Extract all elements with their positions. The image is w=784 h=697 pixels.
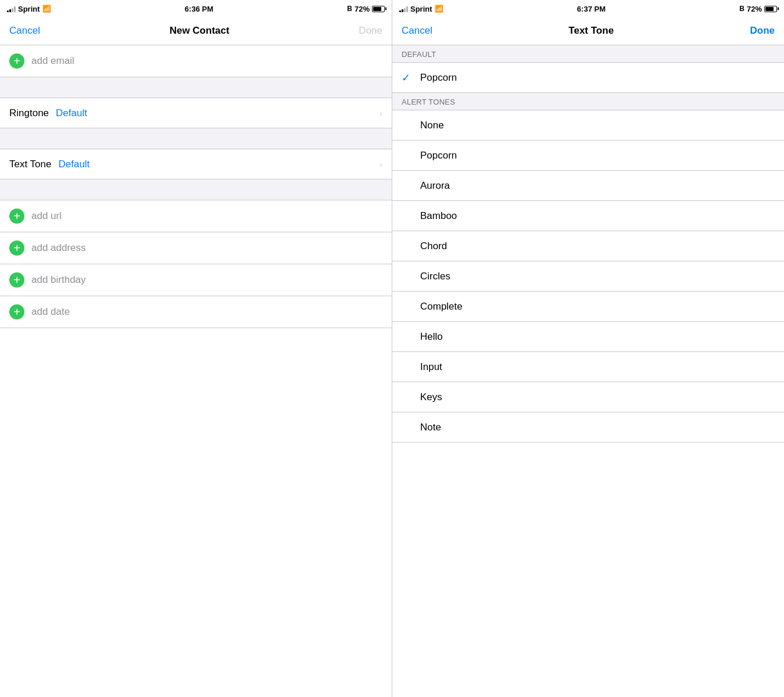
tone-name-circles: Circles — [420, 271, 450, 282]
status-left-right: Sprint 📶 — [399, 5, 443, 13]
nav-bar-left: Cancel New Contact Done — [0, 16, 392, 45]
text-tone-left: Text Tone Default — [9, 159, 90, 170]
time-label: 6:36 PM — [185, 5, 213, 13]
signal-icon-right — [399, 5, 408, 12]
tone-row-note[interactable]: Note — [392, 412, 784, 443]
tone-name-note: Note — [420, 422, 441, 433]
add-email-row[interactable]: + add email — [0, 45, 392, 77]
tone-name-none: None — [420, 120, 444, 131]
tone-name-complete: Complete — [420, 301, 463, 312]
add-date-icon: + — [9, 304, 24, 319]
status-bar-right: Sprint 📶 6:37 PM B 72% — [392, 0, 784, 16]
time-label-right: 6:37 PM — [577, 5, 606, 13]
ringtone-chevron-icon: › — [380, 108, 382, 118]
tone-name-keys: Keys — [420, 391, 442, 403]
page-title-right: Text Tone — [568, 25, 614, 37]
text-tone-row[interactable]: Text Tone Default › — [0, 149, 392, 179]
tone-row-popcorn[interactable]: Popcorn — [392, 141, 784, 171]
tone-row-none[interactable]: None — [392, 110, 784, 141]
status-bar-left: Sprint 📶 6:36 PM B 72% — [0, 0, 392, 16]
battery-icon-right — [764, 6, 777, 12]
tone-name-bamboo: Bamboo — [420, 210, 457, 222]
tone-row-popcorn-default[interactable]: ✓ Popcorn — [392, 63, 784, 93]
tone-row-hello[interactable]: Hello — [392, 322, 784, 352]
add-url-label: add url — [31, 210, 62, 222]
carrier-label-right: Sprint — [410, 5, 432, 13]
tone-row-chord[interactable]: Chord — [392, 231, 784, 261]
add-url-row[interactable]: + add url — [0, 200, 392, 232]
add-date-row[interactable]: + add date — [0, 296, 392, 328]
wifi-icon: 📶 — [42, 5, 51, 13]
battery-percent: 72% — [355, 5, 370, 13]
new-contact-panel: Sprint 📶 6:36 PM B 72% Cancel New Contac… — [0, 0, 392, 697]
done-button-left: Done — [359, 25, 382, 37]
spacer-3 — [0, 179, 392, 200]
add-address-label: add address — [31, 242, 86, 254]
ringtone-value: Default — [56, 107, 87, 119]
tone-name-hello: Hello — [420, 331, 443, 343]
bluetooth-icon-right: B — [739, 5, 744, 13]
add-address-icon: + — [9, 240, 24, 256]
cancel-button-right[interactable]: Cancel — [402, 25, 432, 37]
spacer-1 — [0, 77, 392, 98]
add-birthday-icon: + — [9, 272, 24, 288]
bluetooth-icon: B — [347, 5, 352, 13]
tone-name-chord: Chord — [420, 240, 447, 252]
battery-percent-right: 72% — [747, 5, 762, 13]
status-right: B 72% — [347, 5, 385, 13]
add-address-row[interactable]: + add address — [0, 232, 392, 264]
tone-name-input: Input — [420, 361, 442, 373]
carrier-label: Sprint — [18, 5, 40, 13]
tone-name-popcorn-default: Popcorn — [420, 72, 457, 84]
page-title-left: New Contact — [170, 25, 230, 37]
text-tone-label: Text Tone — [9, 159, 51, 170]
tone-row-keys[interactable]: Keys — [392, 382, 784, 412]
done-button-right[interactable]: Done — [750, 25, 775, 37]
ringtone-left: Ringtone Default — [9, 107, 87, 119]
cancel-button[interactable]: Cancel — [9, 25, 40, 37]
wifi-icon-right: 📶 — [435, 5, 443, 13]
tone-row-aurora[interactable]: Aurora — [392, 171, 784, 201]
section-header-default: DEFAULT — [392, 45, 784, 63]
add-date-label: add date — [31, 306, 70, 318]
battery-icon — [372, 6, 385, 12]
ringtone-row[interactable]: Ringtone Default › — [0, 98, 392, 128]
signal-icon — [7, 5, 16, 12]
add-url-icon: + — [9, 209, 24, 224]
tone-row-input[interactable]: Input — [392, 352, 784, 382]
tone-name-popcorn: Popcorn — [420, 150, 457, 161]
add-email-label: add email — [31, 55, 74, 67]
spacer-2 — [0, 128, 392, 149]
tone-name-aurora: Aurora — [420, 180, 450, 192]
nav-bar-right: Cancel Text Tone Done — [392, 16, 784, 45]
tone-list: DEFAULT ✓ Popcorn ALERT TONES None Popco… — [392, 45, 784, 697]
add-birthday-row[interactable]: + add birthday — [0, 264, 392, 296]
status-right-right: B 72% — [739, 5, 777, 13]
ringtone-label: Ringtone — [9, 107, 49, 119]
add-email-icon: + — [9, 53, 24, 69]
form-content: + add email Ringtone Default › Text Tone… — [0, 45, 392, 697]
text-tone-panel: Sprint 📶 6:37 PM B 72% Cancel Text Tone … — [392, 0, 784, 697]
tone-row-bamboo[interactable]: Bamboo — [392, 201, 784, 231]
text-tone-chevron-icon: › — [380, 159, 382, 169]
section-header-alert: ALERT TONES — [392, 93, 784, 110]
tone-row-complete[interactable]: Complete — [392, 292, 784, 322]
checkmark-icon: ✓ — [402, 71, 413, 84]
add-birthday-label: add birthday — [31, 274, 86, 286]
status-left: Sprint 📶 — [7, 5, 51, 13]
text-tone-value: Default — [58, 159, 90, 170]
tone-row-circles[interactable]: Circles — [392, 261, 784, 292]
